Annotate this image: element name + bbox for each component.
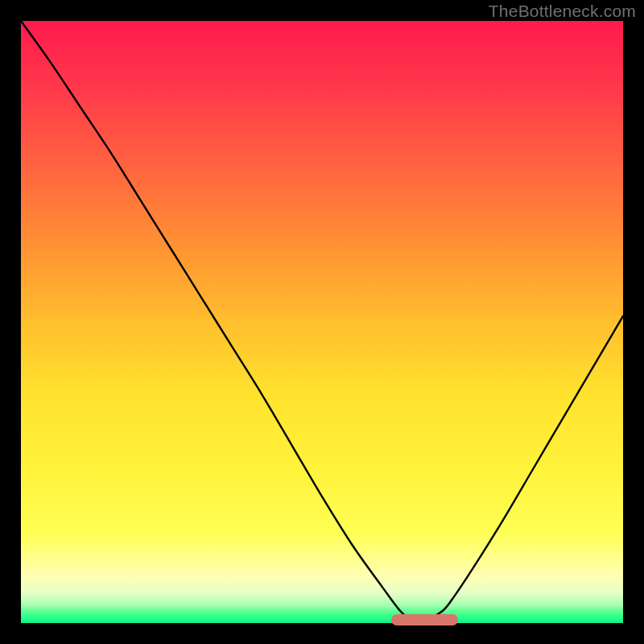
bottleneck-curve [21, 21, 623, 623]
watermark-text: TheBottleneck.com [489, 2, 636, 21]
minimum-band [391, 614, 458, 625]
plot-area [21, 21, 623, 623]
chart-frame: TheBottleneck.com [0, 0, 644, 644]
